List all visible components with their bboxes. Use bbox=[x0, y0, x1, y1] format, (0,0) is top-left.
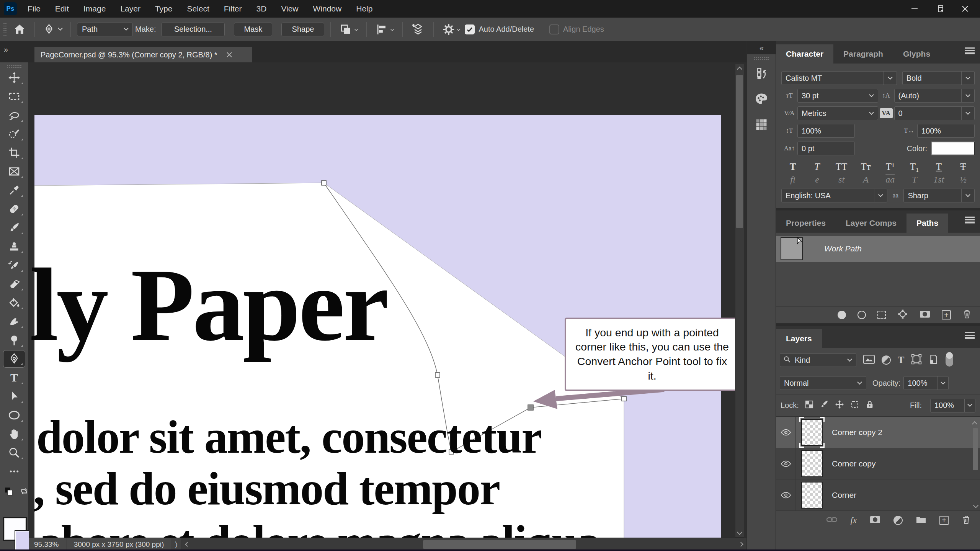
default-colors-icon[interactable] bbox=[4, 486, 14, 498]
align-edges-checkbox[interactable] bbox=[549, 24, 559, 34]
menu-image[interactable]: Image bbox=[83, 4, 106, 13]
filter-kind-dropdown[interactable]: Kind bbox=[780, 353, 856, 367]
fill-field[interactable]: 100% bbox=[930, 399, 975, 412]
delete-path-icon[interactable] bbox=[962, 309, 972, 321]
color-panel-icon[interactable] bbox=[755, 92, 768, 107]
layer-row[interactable]: Corner copy bbox=[776, 448, 980, 479]
status-flyout-icon[interactable]: 〉 bbox=[171, 540, 181, 549]
tracking-field[interactable]: 0 bbox=[894, 106, 975, 120]
visibility-toggle[interactable] bbox=[776, 448, 796, 479]
panel-menu-icon[interactable] bbox=[965, 217, 975, 223]
auto-add-delete-checkbox[interactable] bbox=[465, 24, 475, 34]
vertical-scale-field[interactable]: 100% bbox=[797, 124, 855, 138]
spot-healing-brush-tool[interactable] bbox=[3, 200, 25, 218]
work-path-row[interactable]: Work Path bbox=[776, 236, 980, 262]
zoom-tool[interactable] bbox=[3, 444, 25, 461]
anti-alias-dropdown[interactable]: Sharp bbox=[903, 189, 975, 202]
make-mask-button[interactable]: Mask bbox=[234, 23, 272, 36]
font-size-field[interactable]: 30 pt bbox=[797, 89, 878, 103]
horizontal-scale-field[interactable]: 100% bbox=[917, 124, 975, 138]
menu-edit[interactable]: Edit bbox=[55, 4, 69, 13]
lock-pixels-icon[interactable] bbox=[820, 400, 829, 411]
visibility-toggle[interactable] bbox=[776, 417, 796, 448]
discretionary-ligatures-button[interactable]: st bbox=[832, 174, 851, 185]
menu-file[interactable]: File bbox=[28, 4, 41, 13]
font-style-dropdown[interactable]: Bold bbox=[902, 71, 975, 85]
stroke-path-icon[interactable] bbox=[858, 311, 866, 319]
leading-field[interactable]: (Auto) bbox=[894, 89, 975, 103]
language-dropdown[interactable]: English: USA bbox=[781, 189, 887, 202]
kerning-field[interactable]: Metrics bbox=[797, 106, 878, 120]
gear-icon[interactable] bbox=[440, 23, 462, 36]
type-tool[interactable]: T bbox=[3, 369, 25, 386]
delete-layer-icon[interactable] bbox=[962, 515, 971, 526]
underline-button[interactable]: T bbox=[929, 161, 948, 172]
add-layer-mask-icon[interactable] bbox=[870, 515, 880, 526]
all-caps-button[interactable]: TT bbox=[832, 161, 851, 172]
menu-select[interactable]: Select bbox=[187, 4, 209, 13]
rectangular-marquee-tool[interactable] bbox=[3, 88, 25, 105]
frame-tool[interactable] bbox=[3, 163, 25, 180]
tab-layers[interactable]: Layers bbox=[776, 329, 822, 348]
faux-bold-button[interactable]: T bbox=[784, 161, 802, 172]
zoom-level-field[interactable]: 95.33% bbox=[29, 538, 67, 551]
move-tool[interactable] bbox=[3, 69, 25, 86]
pen-tool[interactable] bbox=[3, 350, 25, 368]
lock-position-icon[interactable] bbox=[835, 400, 844, 411]
stylistic-alternates-button[interactable]: A bbox=[857, 174, 875, 185]
new-group-icon[interactable] bbox=[916, 515, 926, 526]
tab-glyphs[interactable]: Glyphs bbox=[893, 44, 940, 64]
path-operations-icon[interactable] bbox=[337, 23, 360, 36]
visibility-toggle[interactable] bbox=[776, 479, 796, 510]
menu-layer[interactable]: Layer bbox=[120, 4, 140, 13]
menu-filter[interactable]: Filter bbox=[224, 4, 242, 13]
swap-colors-icon[interactable] bbox=[19, 486, 29, 498]
crop-tool[interactable] bbox=[3, 144, 25, 161]
layer-style-icon[interactable]: fx bbox=[850, 515, 857, 525]
layer-thumbnail[interactable] bbox=[801, 419, 823, 446]
panel-menu-icon[interactable] bbox=[965, 47, 975, 54]
tab-close-icon[interactable] bbox=[226, 51, 233, 58]
path-arrangement-icon[interactable] bbox=[409, 23, 427, 36]
ordinals-button[interactable]: 1st bbox=[929, 174, 948, 185]
horizontal-scrollbar[interactable] bbox=[181, 538, 746, 551]
faux-italic-button[interactable]: T bbox=[808, 161, 826, 172]
restore-icon[interactable] bbox=[936, 5, 944, 13]
layer-row[interactable]: Corner copy 2 bbox=[776, 417, 980, 448]
close-icon[interactable] bbox=[961, 5, 969, 13]
new-adjustment-layer-icon[interactable] bbox=[893, 516, 903, 525]
tab-paths[interactable]: Paths bbox=[906, 214, 948, 233]
canvas[interactable]: ly Paper dolor sit amet, consectetur , s… bbox=[29, 62, 746, 551]
fill-path-icon[interactable] bbox=[838, 311, 846, 319]
brush-tool[interactable] bbox=[3, 219, 25, 236]
minimize-icon[interactable] bbox=[910, 5, 919, 13]
vertical-scrollbar[interactable] bbox=[735, 64, 744, 538]
dodge-tool[interactable] bbox=[3, 331, 25, 349]
add-mask-icon[interactable] bbox=[920, 310, 930, 320]
new-path-icon[interactable]: + bbox=[942, 310, 951, 320]
ellipse-tool[interactable] bbox=[3, 406, 25, 424]
layer-thumbnail[interactable] bbox=[801, 450, 823, 477]
anchor-point[interactable] bbox=[322, 181, 326, 185]
tab-properties[interactable]: Properties bbox=[776, 214, 836, 233]
vertical-scroll-thumb[interactable] bbox=[736, 75, 743, 228]
titling-alternates-button[interactable]: aa bbox=[881, 174, 899, 185]
ornaments-button[interactable]: T bbox=[905, 174, 924, 185]
history-panel-icon[interactable] bbox=[755, 67, 768, 82]
filter-smart-objects-icon[interactable] bbox=[929, 354, 939, 366]
lock-transparency-icon[interactable] bbox=[805, 400, 813, 411]
horizontal-scroll-thumb[interactable] bbox=[423, 540, 576, 549]
tab-character[interactable]: Character bbox=[776, 44, 833, 64]
load-selection-icon[interactable] bbox=[877, 311, 886, 319]
layer-row[interactable]: Corner bbox=[776, 479, 980, 511]
scroll-up-icon[interactable] bbox=[737, 67, 742, 72]
lock-artboard-icon[interactable] bbox=[850, 400, 859, 411]
hand-tool[interactable] bbox=[3, 425, 25, 443]
eraser-tool[interactable] bbox=[3, 275, 25, 293]
new-layer-icon[interactable]: + bbox=[939, 516, 949, 525]
document-tab[interactable]: PageCorner.psd @ 95.3% (Corner copy 2, R… bbox=[34, 47, 252, 62]
menu-3d[interactable]: 3D bbox=[256, 4, 267, 13]
text-color-swatch[interactable] bbox=[932, 142, 975, 155]
font-family-dropdown[interactable]: Calisto MT bbox=[781, 71, 897, 85]
swash-button[interactable]: e bbox=[808, 174, 826, 185]
